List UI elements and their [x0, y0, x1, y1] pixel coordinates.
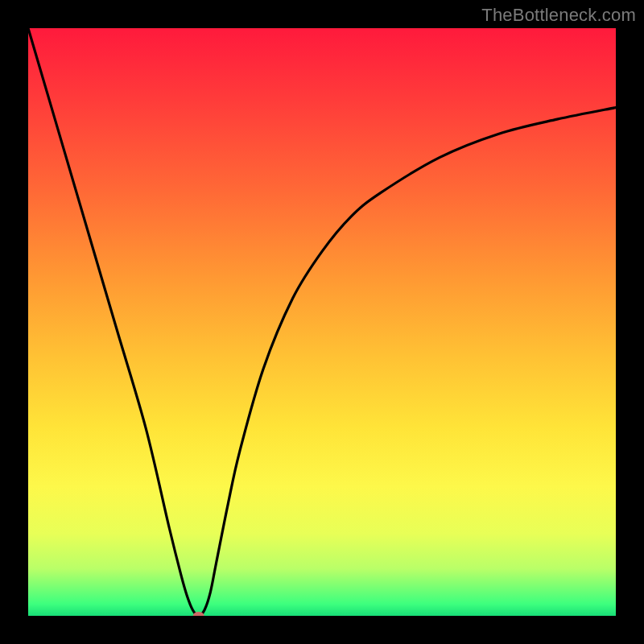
watermark-text: TheBottleneck.com [481, 5, 636, 26]
chart-frame: TheBottleneck.com [0, 0, 644, 644]
plot-area [28, 28, 616, 616]
minimum-marker [193, 612, 204, 616]
bottleneck-curve [28, 28, 616, 616]
